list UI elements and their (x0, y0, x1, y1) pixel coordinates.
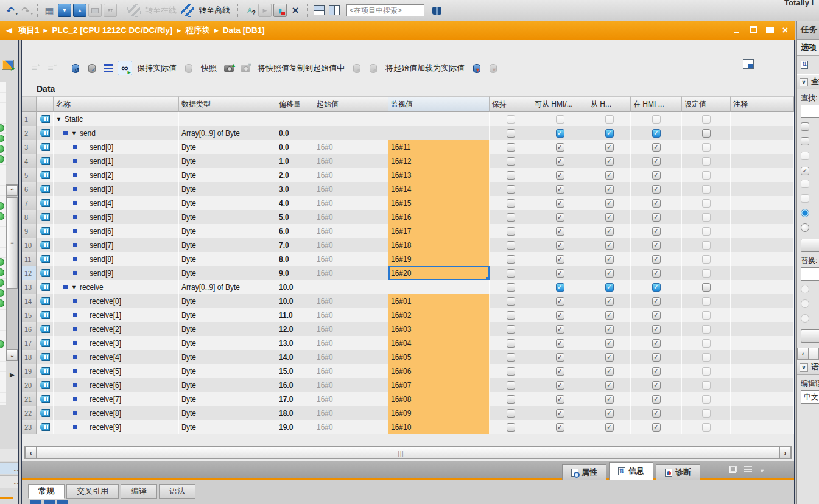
retain-checkbox[interactable] (507, 325, 515, 334)
comment-cell[interactable] (731, 280, 794, 294)
datatype-cell[interactable]: Byte (179, 364, 276, 378)
hmi-writable-checkbox[interactable]: ✓ (605, 339, 614, 348)
panel-scroll-left-icon[interactable]: ‹ (797, 348, 809, 360)
row-number[interactable]: 19 (22, 364, 37, 378)
name-cell[interactable]: ▼receive (54, 280, 179, 294)
hmi-writable-checkbox[interactable]: ✓ (605, 213, 614, 222)
hmi-visible-checkbox[interactable]: ✓ (652, 157, 661, 166)
scrollbar-track[interactable]: ||| (37, 447, 779, 458)
datatype-cell[interactable]: Byte (179, 168, 276, 182)
subtab-语法[interactable]: 语法 (159, 484, 195, 499)
chevron-down-icon[interactable]: ∨ (800, 78, 808, 86)
replace-option-radio[interactable] (801, 314, 809, 323)
scroll-left-icon[interactable]: ‹ (25, 447, 37, 458)
go-online-icon[interactable] (127, 4, 141, 17)
setpoint-checkbox[interactable] (702, 297, 711, 306)
subtab-编译[interactable]: 编译 (121, 484, 157, 499)
collapse-inspector-icon[interactable] (759, 466, 767, 473)
column-header[interactable]: 注释 (731, 96, 794, 112)
collapse-icon[interactable]: ▼ (56, 116, 62, 122)
hmi-writable-checkbox[interactable]: ✓ (605, 241, 614, 250)
hmi-visible-checkbox[interactable]: ✓ (652, 227, 661, 236)
var-name[interactable]: send[6] (90, 227, 113, 236)
upload-from-device-icon[interactable] (73, 4, 86, 17)
hmi-writable-checkbox[interactable]: ✓ (605, 269, 614, 278)
name-cell[interactable]: receive[0] (54, 294, 179, 308)
close-icon[interactable]: × (782, 27, 788, 33)
retain-checkbox[interactable] (507, 423, 515, 432)
hmi-accessible-checkbox[interactable] (556, 115, 564, 124)
var-name[interactable]: receive[6] (90, 381, 121, 390)
datatype-cell[interactable]: Byte (179, 266, 276, 280)
startvalue-cell[interactable] (314, 280, 388, 294)
scroll-up-icon[interactable]: ⌃ (7, 185, 18, 196)
snapshot-label[interactable]: 快照 (198, 63, 220, 74)
startvalue-cell[interactable]: 16#0 (314, 238, 388, 252)
comment-cell[interactable] (731, 266, 794, 280)
var-name[interactable]: receive[9] (90, 423, 121, 432)
hmi-writable-checkbox[interactable]: ✓ (605, 227, 614, 236)
name-cell[interactable]: receive[4] (54, 350, 179, 364)
copy-snapshot-all-icon[interactable]: ◀ (366, 61, 381, 75)
retain-checkbox[interactable] (507, 171, 515, 180)
hmi-visible-checkbox[interactable]: ✓ (652, 199, 661, 208)
name-cell[interactable]: send[5] (54, 210, 179, 224)
setpoint-checkbox[interactable] (702, 241, 711, 250)
datatype-cell[interactable]: Byte (179, 392, 276, 406)
hmi-visible-checkbox[interactable]: ✓ (652, 297, 661, 306)
find-button[interactable] (801, 239, 819, 252)
cross-references-icon[interactable] (289, 4, 302, 17)
setpoint-checkbox[interactable] (702, 185, 711, 194)
setpoint-checkbox[interactable] (702, 339, 711, 348)
retain-checkbox[interactable] (507, 367, 515, 376)
hmi-visible-checkbox[interactable] (652, 115, 661, 124)
tree-item-clipped[interactable]: ... (0, 449, 19, 461)
column-header[interactable]: 起始值 (314, 96, 388, 112)
name-cell[interactable]: send[0] (54, 140, 179, 154)
name-cell[interactable]: ▼Static (54, 112, 179, 126)
startvalue-cell[interactable]: 16#0 (314, 392, 388, 406)
setpoint-checkbox[interactable] (702, 283, 711, 292)
datatype-cell[interactable]: Byte (179, 196, 276, 210)
datatype-cell[interactable]: Array[0..9] of Byte (179, 280, 276, 294)
hmi-accessible-checkbox[interactable]: ✓ (556, 157, 564, 166)
var-name[interactable]: send[5] (90, 213, 113, 222)
start-cpu-icon[interactable] (88, 4, 102, 17)
datatype-cell[interactable]: Byte (179, 420, 276, 434)
refresh-interface-icon[interactable]: ✓ (85, 61, 99, 75)
search-up-radio[interactable] (801, 223, 809, 232)
setpoint-checkbox[interactable] (702, 395, 711, 404)
monitorvalue-cell[interactable]: 16#05 (388, 350, 490, 364)
insert-row-icon[interactable] (27, 61, 41, 75)
hmi-accessible-checkbox[interactable]: ✓ (556, 395, 564, 404)
hmi-visible-checkbox[interactable]: ✓ (652, 339, 661, 348)
monitorvalue-cell[interactable]: 16#08 (388, 392, 490, 406)
comment-cell[interactable] (731, 140, 794, 154)
setpoint-checkbox[interactable] (702, 423, 711, 432)
retain-checkbox[interactable] (507, 283, 515, 292)
editing-language-select[interactable]: 中文 (801, 390, 819, 404)
go-online-label[interactable]: 转至在线 (142, 5, 179, 16)
hmi-accessible-checkbox[interactable]: ✓ (556, 227, 564, 236)
datatype-cell[interactable]: Byte (179, 154, 276, 168)
project-search-input[interactable] (346, 4, 424, 16)
tree-vertical-scrollbar[interactable]: ⌃ ≡ ⌄ (6, 184, 18, 361)
startvalue-cell[interactable]: 16#0 (314, 196, 388, 210)
collapse-editor-icon[interactable]: ◀ (0, 26, 18, 35)
retain-checkbox[interactable] (507, 227, 515, 236)
setpoint-checkbox[interactable] (702, 157, 711, 166)
comment-cell[interactable] (731, 294, 794, 308)
startvalue-cell[interactable]: 16#0 (314, 336, 388, 350)
hmi-accessible-checkbox[interactable]: ✓ (556, 311, 564, 320)
setpoint-checkbox[interactable] (702, 227, 711, 236)
hmi-accessible-checkbox[interactable]: ✓ (556, 283, 564, 292)
retain-checkbox[interactable] (507, 381, 515, 390)
retain-checkbox[interactable] (507, 185, 515, 194)
column-header[interactable]: 设定值 (682, 96, 731, 112)
column-header[interactable]: 偏移量 (276, 96, 314, 112)
var-name[interactable]: send[2] (90, 171, 113, 180)
var-name[interactable]: send[9] (90, 269, 113, 278)
row-number[interactable]: 23 (22, 420, 37, 434)
hmi-writable-checkbox[interactable]: ✓ (605, 129, 614, 138)
row-number[interactable]: 2 (22, 126, 37, 140)
